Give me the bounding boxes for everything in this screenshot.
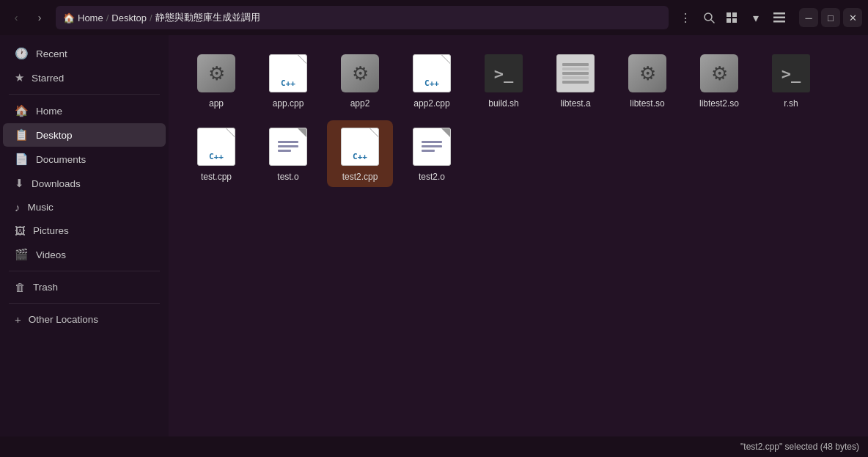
breadcrumb-desktop[interactable]: Desktop bbox=[111, 12, 147, 23]
titlebar: ‹ › 🏠 Home / Desktop / 静態與動態庫生成並調用 ⋮ ▾ bbox=[0, 0, 868, 35]
file-label-libtest2-so: libtest2.so bbox=[699, 98, 739, 110]
gear-icon: ⚙ bbox=[208, 62, 225, 85]
file-label-app-cpp: app.cpp bbox=[273, 98, 304, 110]
breadcrumb-home[interactable]: 🏠 Home bbox=[63, 12, 103, 23]
file-fold-inner-3 bbox=[442, 55, 450, 63]
obj-line-4 bbox=[422, 141, 442, 143]
titlebar-actions: ⋮ ▾ bbox=[674, 7, 790, 29]
file-label-test-o: test.o bbox=[277, 172, 298, 183]
sh-icon-2: >_ bbox=[781, 65, 801, 83]
sidebar-label-desktop: Desktop bbox=[36, 130, 73, 141]
cpp-label-3: C++ bbox=[424, 78, 439, 88]
breadcrumb-sep-2: / bbox=[150, 12, 152, 23]
file-icon-app-cpp: C++ bbox=[268, 53, 309, 94]
file-item-libtest2-so[interactable]: ⚙ libtest2.so bbox=[686, 47, 752, 114]
view-chevron-button[interactable]: ▾ bbox=[745, 7, 767, 29]
file-icon-test2-cpp: C++ bbox=[339, 126, 380, 167]
recent-icon: 🕐 bbox=[15, 47, 29, 60]
file-icon-test2-o bbox=[411, 126, 452, 167]
sidebar-item-documents[interactable]: 📄 Documents bbox=[3, 147, 166, 171]
documents-icon: 📄 bbox=[15, 153, 29, 166]
file-label-app2-cpp: app2.cpp bbox=[413, 98, 449, 110]
sh-icon: >_ bbox=[494, 65, 514, 83]
breadcrumb: 🏠 Home / Desktop / 静態與動態庫生成並調用 bbox=[56, 6, 669, 29]
sidebar-item-music[interactable]: ♪ Music bbox=[3, 196, 166, 219]
file-icon-build-sh: >_ bbox=[483, 53, 524, 94]
search-button[interactable] bbox=[698, 7, 720, 29]
file-label-test2-o: test2.o bbox=[419, 172, 445, 183]
archive-stripe-5 bbox=[562, 81, 589, 84]
archive-stripe-3 bbox=[562, 72, 589, 75]
file-label-test2-cpp: test2.cpp bbox=[342, 172, 378, 183]
sidebar-label-other: Other Locations bbox=[29, 314, 98, 325]
sidebar-label-pictures: Pictures bbox=[33, 225, 69, 236]
main-area: 🕐 Recent ★ Starred 🏠 Home 📋 Desktop 📄 Do… bbox=[0, 35, 868, 436]
pictures-icon: 🖼 bbox=[15, 224, 26, 237]
obj-line-3 bbox=[278, 150, 291, 152]
file-item-build-sh[interactable]: >_ build.sh bbox=[471, 47, 537, 114]
file-item-test2-o[interactable]: test2.o bbox=[399, 120, 465, 188]
sidebar-item-trash[interactable]: 🗑 Trash bbox=[3, 276, 166, 299]
file-item-libtest-so[interactable]: ⚙ libtest.so bbox=[614, 47, 680, 114]
file-label-r-sh: r.sh bbox=[784, 98, 798, 110]
file-item-test-o[interactable]: test.o bbox=[255, 120, 321, 188]
archive-stripe-2 bbox=[562, 67, 589, 70]
svg-rect-8 bbox=[773, 21, 785, 23]
sidebar-label-music: Music bbox=[28, 202, 54, 213]
gear-icon-4: ⚙ bbox=[711, 62, 728, 85]
archive-stripe-4 bbox=[562, 76, 589, 79]
sidebar-label-documents: Documents bbox=[36, 154, 86, 165]
sidebar-item-starred[interactable]: ★ Starred bbox=[3, 66, 166, 89]
file-item-app[interactable]: ⚙ app bbox=[183, 47, 249, 114]
file-fold-inner-6 bbox=[370, 128, 378, 136]
gear-icon-2: ⚙ bbox=[352, 62, 369, 85]
gear-icon-3: ⚙ bbox=[639, 62, 656, 85]
window-controls: ─ □ ✕ bbox=[799, 8, 862, 27]
sidebar-item-recent[interactable]: 🕐 Recent bbox=[3, 42, 166, 65]
trash-icon: 🗑 bbox=[15, 281, 26, 293]
back-button[interactable]: ‹ bbox=[6, 7, 26, 28]
file-icon-test-o bbox=[268, 126, 309, 167]
forward-button[interactable]: › bbox=[29, 7, 50, 28]
file-icon-libtest-so: ⚙ bbox=[627, 53, 668, 94]
sidebar-item-desktop[interactable]: 📋 Desktop bbox=[3, 123, 166, 147]
sidebar-label-downloads: Downloads bbox=[32, 178, 81, 189]
file-fold-5 bbox=[298, 128, 306, 137]
file-icon-app: ⚙ bbox=[196, 53, 237, 94]
status-message: "test2.cpp" selected (48 bytes) bbox=[740, 442, 859, 452]
file-item-test2-cpp[interactable]: C++ test2.cpp bbox=[327, 120, 393, 188]
downloads-icon: ⬇ bbox=[15, 177, 24, 190]
sidebar-item-videos[interactable]: 🎬 Videos bbox=[3, 243, 166, 266]
file-item-r-sh[interactable]: >_ r.sh bbox=[758, 47, 824, 114]
file-label-app: app bbox=[209, 98, 224, 110]
svg-rect-7 bbox=[773, 17, 785, 19]
file-item-app2-cpp[interactable]: C++ app2.cpp bbox=[399, 47, 465, 114]
file-item-app2[interactable]: ⚙ app2 bbox=[327, 47, 393, 114]
file-label-libtest-so: libtest.so bbox=[630, 98, 664, 110]
maximize-button[interactable]: □ bbox=[821, 8, 840, 27]
file-icon-libtest2-so: ⚙ bbox=[699, 53, 740, 94]
file-item-app-cpp[interactable]: C++ app.cpp bbox=[255, 47, 321, 114]
file-icon-test-cpp: C++ bbox=[196, 126, 237, 167]
sidebar-label-videos: Videos bbox=[36, 249, 66, 260]
sidebar-item-pictures[interactable]: 🖼 Pictures bbox=[3, 219, 166, 242]
file-label-app2: app2 bbox=[350, 98, 370, 110]
more-button[interactable]: ⋮ bbox=[674, 7, 696, 29]
close-button[interactable]: ✕ bbox=[843, 8, 862, 27]
sidebar-divider-3 bbox=[9, 303, 160, 304]
file-item-test-cpp[interactable]: C++ test.cpp bbox=[183, 120, 249, 188]
search-icon bbox=[703, 12, 715, 23]
minimize-button[interactable]: ─ bbox=[799, 8, 818, 27]
desktop-icon: 📋 bbox=[15, 128, 29, 142]
list-view-button[interactable] bbox=[768, 7, 790, 29]
breadcrumb-home-label: Home bbox=[78, 12, 103, 23]
obj-line-5 bbox=[422, 145, 442, 147]
grid-icon bbox=[727, 12, 738, 23]
cpp-label-4: C++ bbox=[209, 152, 224, 161]
sidebar-item-home[interactable]: 🏠 Home bbox=[3, 99, 166, 123]
sidebar-label-recent: Recent bbox=[36, 48, 67, 59]
sidebar-item-other[interactable]: + Other Locations bbox=[3, 308, 166, 331]
file-item-libtest-a[interactable]: libtest.a bbox=[542, 47, 608, 114]
sidebar-item-downloads[interactable]: ⬇ Downloads bbox=[3, 172, 166, 195]
view-toggle-button[interactable] bbox=[721, 7, 743, 29]
